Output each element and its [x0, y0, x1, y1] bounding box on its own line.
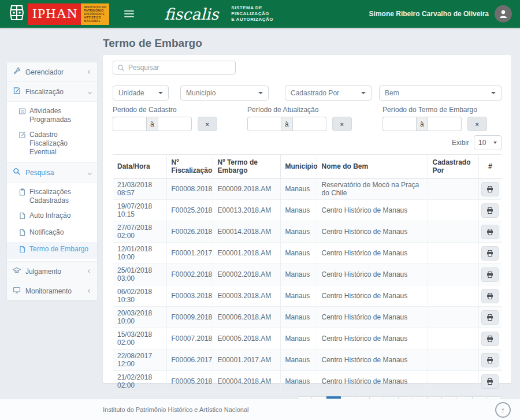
cell-datahora: 21/03/2018 08:57 [113, 179, 166, 200]
search-icon [117, 64, 125, 74]
periodo-atualizacao-from-input[interactable] [247, 117, 281, 131]
exibir-row: Exibir 10 [113, 135, 502, 150]
sidebar-item-label: Fiscalização [25, 88, 64, 96]
page-title: Termo de Embargo [103, 37, 202, 50]
periodo-termo-from-input[interactable] [382, 117, 416, 131]
print-button[interactable] [481, 310, 499, 325]
monitor-icon [13, 286, 21, 296]
print-button[interactable] [481, 182, 499, 196]
menu-toggle-icon[interactable] [124, 10, 134, 17]
periodo-termo-to-input[interactable] [428, 117, 462, 131]
cell-termo: E00013.2018.AM [213, 200, 280, 221]
user-avatar-icon[interactable] [495, 5, 512, 23]
cell-datahora: 20/03/2018 10:00 [113, 307, 166, 328]
cell-municipio: Manaus [280, 285, 317, 307]
chevron-left-icon [88, 269, 92, 273]
file-icon [18, 229, 26, 239]
cell-municipio: Manaus [280, 307, 317, 328]
cell-datahora: 15/03/2018 02:00 [113, 328, 166, 350]
system-name-line: E AUTORIZAÇÃO [231, 17, 273, 23]
page-size-value: 10 [478, 139, 486, 147]
print-button[interactable] [481, 289, 499, 303]
cell-datahora: 22/08/2017 12:00 [113, 350, 166, 371]
table-row: 15/03/2018 02:00 F00007.2018.AM E00005.2… [113, 328, 502, 350]
clear-periodo-cadastro-button[interactable]: × [198, 117, 217, 131]
search-input[interactable] [113, 61, 236, 75]
iphan-logo[interactable]: IPHAN Instituto do Patrimônio Histórico … [8, 3, 109, 25]
sidebar-item-label: Cadastro Fiscalização Eventual [29, 131, 92, 157]
header-user-area: Simone Ribeiro Carvalho de Oliveira [369, 5, 512, 23]
cell-fiscalizacao: F00003.2018.AM [166, 285, 213, 307]
clear-periodo-termo-button[interactable]: × [467, 117, 487, 131]
col-header-cadastrado-por: Cadastrado Por [428, 155, 478, 179]
cell-datahora: 27/07/2018 02:00 [113, 221, 166, 243]
cell-bem: Centro Histórico de Manaus [317, 243, 428, 264]
sidebar-item-label: Auto Infração [29, 211, 70, 220]
print-button[interactable] [481, 203, 499, 218]
periodo-cadastro-from-input[interactable] [113, 117, 146, 131]
unidade-select[interactable]: Unidade [113, 86, 169, 101]
print-button[interactable] [481, 246, 499, 261]
period-label: Período de Atualização [247, 106, 382, 114]
edit-square-icon [13, 87, 21, 96]
cell-datahora: 21/02/2018 02:00 [113, 371, 166, 392]
page-size-select[interactable]: 10 [474, 135, 502, 150]
chevron-down-icon [88, 171, 92, 175]
cell-bem: Centro Histórico de Manaus [317, 285, 428, 307]
sidebar-item-fiscalizacao[interactable]: Fiscalização [7, 82, 97, 102]
cell-cadastrado-por [428, 179, 478, 200]
sidebar-item-auto-infracao[interactable]: Auto Infração [7, 209, 97, 225]
cell-fiscalizacao: F00026.2018.AM [166, 221, 213, 243]
sidebar-item-cadastro-fiscalizacao-eventual[interactable]: Cadastro Fiscalização Eventual [7, 128, 97, 160]
col-header-municipio: Município [280, 155, 317, 179]
periodo-atualizacao-to-input[interactable] [293, 117, 326, 131]
sidebar-item-label: Fiscalizações Cadastradas [29, 188, 92, 205]
cell-bem: Centro Histórico de Manaus [317, 264, 428, 285]
cell-termo: E00005.2018.AM [213, 328, 280, 350]
sidebar-item-julgamento[interactable]: Julgamento [7, 262, 97, 281]
cadastrado-por-select[interactable]: Cadastrado Por [285, 86, 372, 101]
clipboard-icon [18, 188, 26, 198]
cell-municipio: Manaus [280, 264, 317, 285]
print-button[interactable] [481, 353, 499, 367]
clear-periodo-atualizacao-button[interactable]: × [332, 117, 352, 131]
municipio-select[interactable]: Município [180, 86, 269, 101]
edit-square-icon [18, 131, 26, 141]
print-button[interactable] [481, 267, 499, 282]
cell-bem: Centro Histórico de Manaus [317, 307, 428, 328]
caret-down-icon [491, 92, 496, 94]
sidebar-item-notificacao[interactable]: Notificação [7, 225, 97, 242]
cell-fiscalizacao: F00005.2018.AM [166, 371, 213, 392]
cell-cadastrado-por [428, 200, 478, 221]
cell-termo: E00002.2018.AM [213, 264, 280, 285]
col-header-termo-embargo: Nº Termo de Embargo [213, 155, 280, 179]
sidebar-item-label: Julgamento [25, 267, 61, 276]
caret-down-icon [258, 92, 263, 94]
cell-datahora: 19/07/2018 10:15 [113, 200, 166, 221]
print-button[interactable] [481, 332, 499, 346]
sidebar-item-pesquisa[interactable]: Pesquisa [7, 163, 97, 183]
table-row: 27/07/2018 02:00 F00026.2018.AM E00014.2… [113, 221, 502, 243]
cell-municipio: Manaus [280, 371, 317, 392]
table-row: 21/02/2018 02:00 F00005.2018.AM E00004.2… [113, 371, 502, 392]
print-button[interactable] [481, 225, 499, 239]
cell-datahora: 06/02/2018 10:30 [113, 285, 166, 307]
cell-cadastrado-por [428, 307, 478, 328]
periodo-cadastro-to-input[interactable] [158, 117, 192, 131]
table-row: 25/01/2018 03:00 F00002.2018.AM E00002.2… [113, 264, 502, 285]
cell-municipio: Manaus [280, 179, 317, 200]
iphan-logo-subtext: Instituto do Patrimônio Histórico e Artí… [81, 3, 109, 25]
sidebar-item-termo-de-embargo[interactable]: Termo de Embargo [7, 242, 97, 259]
sidebar-item-atividades-programadas[interactable]: Atividades Programadas [7, 104, 97, 128]
sidebar-item-gerenciador[interactable]: Gerenciador [7, 62, 97, 82]
sidebar-item-monitoramento[interactable]: Monitoramento [7, 281, 97, 300]
sidebar-item-fiscalizacoes-cadastradas[interactable]: Fiscalizações Cadastradas [7, 185, 97, 209]
bem-select[interactable]: Bem [379, 86, 502, 101]
print-button[interactable] [481, 374, 499, 389]
periodo-cadastro-group: Período de Cadastro à × [113, 106, 247, 131]
cell-fiscalizacao: F00025.2018.AM [166, 200, 213, 221]
scroll-to-top-button[interactable]: ↑ [495, 402, 511, 418]
sidebar-item-label: Gerenciador [25, 68, 64, 76]
system-name: SISTEMA DE FISCALIZAÇÃO E AUTORIZAÇÃO [231, 5, 273, 23]
sidebar-item-label: Atividades Programadas [29, 107, 92, 124]
